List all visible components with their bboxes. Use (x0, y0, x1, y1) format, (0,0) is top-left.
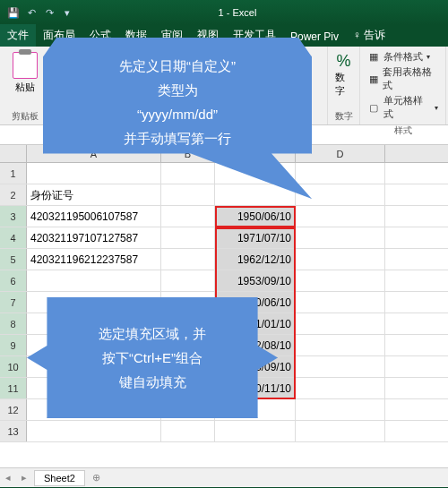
undo-icon[interactable]: ↶ (23, 4, 39, 21)
callout-text: 先定义日期“自定义” (56, 54, 299, 78)
callout-text: 选定填充区域，并 (39, 321, 265, 346)
callout-text: 键自动填充 (39, 370, 265, 394)
tab-file[interactable]: 文件 (0, 24, 36, 47)
number-group: % 数字 数字 (328, 47, 360, 124)
conditional-format-button[interactable]: ▦条件格式▾ (367, 50, 438, 64)
styles-group: ▦条件格式▾ ▦套用表格格式 ▢单元格样式▾ 样式 (360, 47, 446, 124)
title-bar: 💾 ↶ ↷ ▾ 1 - Excel (0, 0, 448, 25)
window-title: 1 - Excel (81, 7, 448, 18)
table-format-button[interactable]: ▦套用表格格式 (367, 65, 438, 92)
add-sheet-icon[interactable]: ⊕ (85, 472, 108, 484)
sheet-tab[interactable]: Sheet2 (34, 470, 85, 486)
callout-text: 按下“Ctrl+E”组合 (39, 346, 265, 370)
table-row: 1 (0, 163, 448, 184)
table-row: 61953/09/10 (0, 270, 448, 292)
table-row: 13 (0, 421, 448, 442)
clipboard-label: 剪贴板 (12, 110, 39, 123)
table-row: 44203211971071275871971/07/10 (0, 227, 448, 249)
select-all-corner[interactable] (0, 145, 27, 162)
sheet-nav-next-icon[interactable]: ▸ (16, 472, 32, 484)
number-button[interactable]: % 数字 (332, 48, 356, 101)
clipboard-group: 粘贴 剪贴板 (0, 47, 50, 124)
sheet-nav-prev-icon[interactable]: ◂ (0, 472, 16, 484)
tab-tell[interactable]: ♀ 告诉 (346, 24, 392, 47)
paste-icon (13, 52, 38, 79)
qat-more-icon[interactable]: ▾ (59, 4, 75, 21)
callout-ctrl-e: 选定填充区域，并 按下“Ctrl+E”组合 键自动填充 (27, 297, 278, 418)
number-label: 数字 (335, 71, 352, 98)
paste-label: 粘贴 (15, 81, 35, 94)
cond-format-icon: ▦ (367, 51, 380, 64)
table-row: 54203211962122375871962/12/10 (0, 249, 448, 270)
percent-icon: % (336, 52, 350, 71)
cell-style-button[interactable]: ▢单元格样式▾ (367, 94, 438, 121)
callout-text: 类型为 (56, 78, 299, 102)
redo-icon[interactable]: ↷ (41, 4, 57, 21)
paste-button[interactable]: 粘贴 (9, 48, 41, 98)
cell-style-icon: ▢ (367, 101, 380, 114)
save-icon[interactable]: 💾 (5, 4, 22, 21)
cell-header-id[interactable]: 身份证号 (27, 184, 161, 205)
number-group-label: 数字 (335, 110, 353, 123)
table-row: 34203211950061075871950/06/10 (0, 206, 448, 227)
callout-text: 并手动填写第一行 (56, 126, 299, 150)
sheet-tabs: ◂ ▸ Sheet2 ⊕ (0, 467, 448, 487)
styles-label: 样式 (394, 124, 412, 137)
table-format-icon: ▦ (367, 73, 379, 85)
table-row: 2身份证号 (0, 184, 448, 206)
callout-text: “yyyy/mm/dd” (56, 102, 299, 126)
quick-access-toolbar: 💾 ↶ ↷ ▾ (0, 4, 81, 21)
